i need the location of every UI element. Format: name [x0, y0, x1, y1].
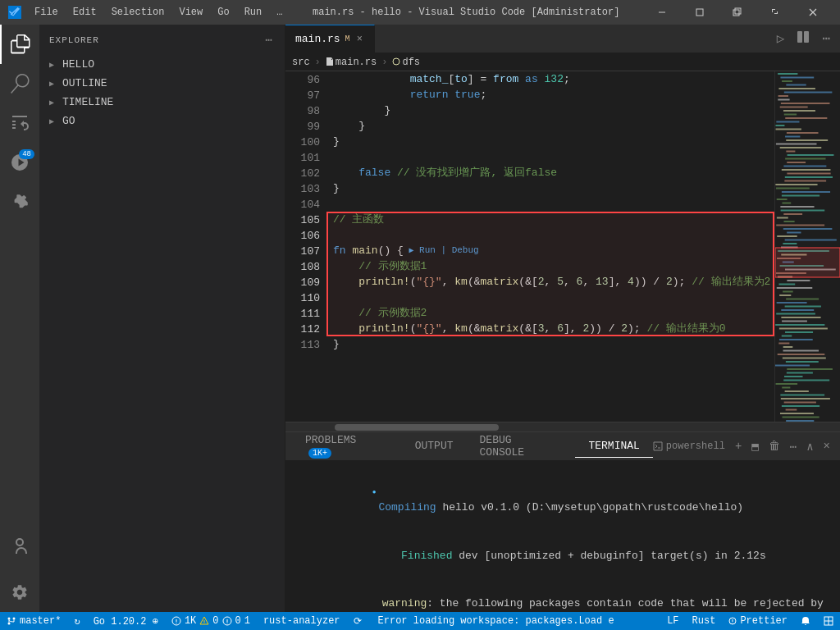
close-button[interactable]: [794, 0, 832, 25]
activity-bar: 48: [0, 25, 39, 612]
activity-extensions[interactable]: [0, 182, 39, 221]
menu-view[interactable]: View: [172, 5, 209, 20]
menu-selection[interactable]: Selection: [105, 5, 171, 20]
terminal-line-warning: warning: the following packages contain …: [295, 580, 830, 613]
restore-button[interactable]: [719, 0, 756, 25]
editor-body: 96 97 98 99 100 101 102 103 104 105 106 …: [285, 71, 840, 422]
menu-edit[interactable]: Edit: [66, 5, 103, 20]
split-editor-icon[interactable]: [794, 30, 812, 48]
tab-main-rs[interactable]: main.rs M ×: [285, 25, 375, 52]
sidebar-item-timeline[interactable]: ▶ TIMELINE: [39, 94, 285, 110]
code-line-run-debug[interactable]: ▶ Run | Debug: [333, 227, 768, 243]
code-line-106: fn main() {: [333, 243, 768, 258]
sidebar: EXPLORER ⋯ ▶ HELLO ▶ OUTLINE ▶: [39, 25, 285, 612]
status-notifications[interactable]: [794, 612, 817, 630]
menu-file[interactable]: File: [28, 5, 65, 20]
code-line-111: println!("{}", km(&matrix(&[3, 6], 2)) /…: [333, 321, 768, 336]
activity-account[interactable]: [0, 527, 39, 566]
tab-output[interactable]: OUTPUT: [402, 435, 467, 458]
sidebar-header: EXPLORER ⋯: [39, 25, 285, 55]
tab-debug-console[interactable]: DEBUG CONSOLE: [467, 429, 576, 464]
hello-arrow: ▶: [49, 60, 59, 70]
hello-label: HELLO: [62, 58, 275, 71]
run-badge: 48: [19, 149, 34, 159]
new-terminal-button[interactable]: +: [732, 438, 745, 454]
more-actions-icon[interactable]: ⋯: [819, 29, 833, 48]
minimize-button[interactable]: [643, 0, 681, 25]
activity-settings[interactable]: [0, 573, 39, 612]
status-layout[interactable]: [817, 612, 840, 630]
code-line-101: [333, 149, 768, 165]
status-eol[interactable]: LF: [660, 612, 685, 630]
status-sync[interactable]: ↻: [67, 612, 86, 630]
breadcrumb-fn[interactable]: dfs: [392, 57, 420, 68]
sidebar-item-go[interactable]: ▶ GO: [39, 113, 285, 129]
svg-rect-2: [735, 8, 741, 14]
debug-console-label: DEBUG CONSOLE: [480, 434, 525, 459]
panel-more-button[interactable]: ⋯: [787, 438, 800, 455]
run-icon[interactable]: ▷: [774, 29, 788, 48]
editor-content: 96 97 98 99 100 101 102 103 104 105 106 …: [285, 71, 774, 422]
tab-close-button[interactable]: ×: [355, 32, 364, 47]
line-num-100: 100: [285, 135, 320, 150]
menu-go[interactable]: Go: [211, 5, 235, 20]
svg-point-6: [393, 58, 399, 65]
terminal-content[interactable]: ● Compiling hello v0.1.0 (D:\mysetup\gop…: [285, 461, 840, 612]
line-num-107: 107: [285, 244, 320, 259]
line-num-109: 109: [285, 275, 320, 290]
status-language[interactable]: Rust: [686, 612, 723, 630]
menu-more[interactable]: …: [270, 5, 289, 20]
expand-button[interactable]: [756, 0, 794, 25]
sidebar-section-go: ▶ GO: [39, 112, 285, 130]
line-num-98: 98: [285, 103, 320, 119]
line-num-111: 111: [285, 306, 320, 322]
error-text: Error loading workspace: packages.Load e…: [378, 615, 614, 627]
terminal-line-compiling: ● Compiling hello v0.1.0 (D:\mysetup\gop…: [295, 468, 830, 532]
line-num-113: 113: [285, 337, 320, 353]
tab-terminal[interactable]: TERMINAL: [575, 435, 652, 458]
breadcrumb-src[interactable]: src: [292, 57, 310, 68]
sidebar-more-button[interactable]: ⋯: [264, 31, 275, 48]
breadcrumb-file[interactable]: main.rs: [326, 57, 377, 68]
status-go-version[interactable]: Go 1.20.2 ⊕: [87, 612, 165, 630]
status-right: LF Rust Prettier: [660, 612, 840, 630]
status-error-message[interactable]: Error loading workspace: packages.Load e…: [368, 612, 614, 630]
status-problems-count[interactable]: 1K 0 0 1: [165, 612, 257, 630]
sidebar-item-hello[interactable]: ▶ HELLO: [39, 57, 285, 72]
sidebar-item-outline[interactable]: ▶ OUTLINE: [39, 75, 285, 91]
status-spinner[interactable]: ⟳: [347, 612, 368, 630]
go-arrow: ▶: [49, 116, 59, 126]
sidebar-section-outline: ▶ OUTLINE: [39, 74, 285, 93]
line-numbers: 96 97 98 99 100 101 102 103 104 105 106 …: [285, 71, 326, 422]
panel-close-button[interactable]: ×: [820, 438, 833, 454]
editor-area: main.rs M × ▷ ⋯ src › main.rs: [285, 25, 840, 612]
problems-label: PROBLEMS: [305, 434, 356, 446]
activity-explorer[interactable]: [0, 25, 39, 64]
line-num-112: 112: [285, 322, 320, 337]
menu-run[interactable]: Run: [238, 5, 269, 20]
svg-rect-4: [797, 31, 802, 43]
activity-run[interactable]: 48: [0, 143, 39, 182]
timeline-label: TIMELINE: [62, 96, 275, 108]
vscode-icon: [8, 6, 21, 19]
kill-terminal-button[interactable]: 🗑: [765, 438, 783, 454]
language-label: Rust: [692, 615, 716, 627]
code-line-100: }: [333, 134, 768, 149]
panel-maximize-button[interactable]: ∧: [803, 438, 816, 455]
code-area[interactable]: match_[to] = from as i32; return true; }…: [326, 71, 774, 422]
split-terminal-button[interactable]: ⬒: [748, 438, 761, 455]
activity-source-control[interactable]: [0, 103, 39, 143]
app: 48 EXPLORER ⋯ ▶ HELLO: [0, 25, 840, 630]
tab-problems[interactable]: PROBLEMS 1K+: [292, 429, 402, 464]
code-line-112: }: [333, 336, 768, 352]
branch-name: master*: [20, 615, 61, 627]
status-rust-analyzer[interactable]: rust-analyzer: [257, 612, 347, 630]
activity-search[interactable]: [0, 64, 39, 103]
status-prettier[interactable]: Prettier: [722, 612, 794, 630]
maximize-button[interactable]: [681, 0, 719, 25]
panel-actions: powershell + ⬒ 🗑 ⋯ ∧ ×: [653, 438, 840, 455]
code-line-104: [333, 196, 768, 212]
tab-label: main.rs: [295, 33, 340, 45]
status-branch[interactable]: master*: [0, 612, 67, 630]
panel-tabs: PROBLEMS 1K+ OUTPUT DEBUG CONSOLE TERMIN…: [285, 432, 840, 461]
